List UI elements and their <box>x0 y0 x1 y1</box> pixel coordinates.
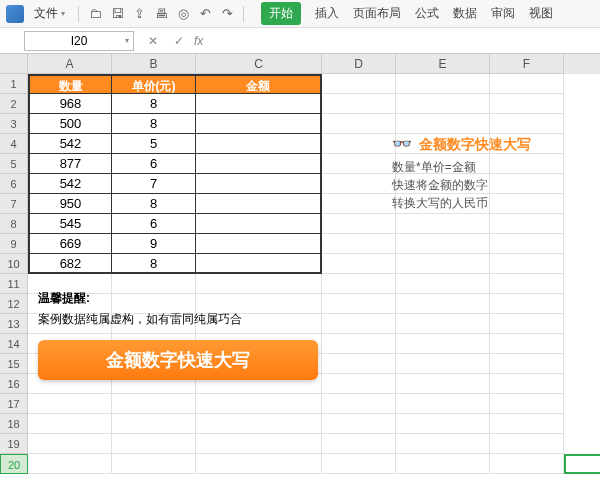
cell[interactable] <box>396 234 490 254</box>
col-header-E[interactable]: E <box>396 54 490 74</box>
cancel-icon[interactable]: ✕ <box>142 31 164 51</box>
table-cell[interactable]: 8 <box>112 194 196 214</box>
cell[interactable] <box>28 434 112 454</box>
row-header[interactable]: 10 <box>0 254 28 274</box>
cell[interactable] <box>322 94 396 114</box>
cell[interactable] <box>322 234 396 254</box>
open-icon[interactable]: 🗀 <box>86 5 104 23</box>
table-cell[interactable]: 542 <box>28 134 112 154</box>
table-header[interactable]: 单价(元) <box>112 74 196 94</box>
cell[interactable] <box>490 254 564 274</box>
cell[interactable] <box>490 334 564 354</box>
cell[interactable] <box>396 454 490 474</box>
cell[interactable] <box>396 294 490 314</box>
cell[interactable] <box>490 274 564 294</box>
row-header[interactable]: 2 <box>0 94 28 114</box>
cell[interactable] <box>490 234 564 254</box>
table-cell[interactable]: 8 <box>112 114 196 134</box>
fx-icon[interactable]: fx <box>194 34 203 48</box>
cell[interactable] <box>490 114 564 134</box>
cell[interactable] <box>396 334 490 354</box>
undo-icon[interactable]: ↶ <box>196 5 214 23</box>
row-header[interactable]: 6 <box>0 174 28 194</box>
table-cell[interactable]: 9 <box>112 234 196 254</box>
row-header[interactable]: 9 <box>0 234 28 254</box>
cell[interactable] <box>490 374 564 394</box>
cell[interactable] <box>490 454 564 474</box>
cell[interactable] <box>396 374 490 394</box>
cell[interactable] <box>322 394 396 414</box>
col-header-F[interactable]: F <box>490 54 564 74</box>
tab-data[interactable]: 数据 <box>453 5 477 22</box>
cell[interactable] <box>490 394 564 414</box>
cell[interactable] <box>322 214 396 234</box>
table-cell[interactable]: 545 <box>28 214 112 234</box>
cell[interactable] <box>196 414 322 434</box>
col-header-B[interactable]: B <box>112 54 196 74</box>
cell[interactable] <box>396 94 490 114</box>
table-cell[interactable] <box>196 114 322 134</box>
cell[interactable] <box>396 214 490 234</box>
cell[interactable] <box>112 414 196 434</box>
table-header[interactable]: 数量 <box>28 74 112 94</box>
row-header[interactable]: 5 <box>0 154 28 174</box>
cell[interactable] <box>396 394 490 414</box>
cell[interactable] <box>490 74 564 94</box>
cell[interactable] <box>322 194 396 214</box>
cell[interactable] <box>112 454 196 474</box>
table-cell[interactable]: 950 <box>28 194 112 214</box>
cell[interactable] <box>322 154 396 174</box>
row-header[interactable]: 7 <box>0 194 28 214</box>
row-header[interactable]: 13 <box>0 314 28 334</box>
cell[interactable] <box>396 354 490 374</box>
convert-amount-button[interactable]: 金额数字快速大写 <box>38 340 318 380</box>
cell[interactable] <box>322 174 396 194</box>
cell[interactable] <box>112 434 196 454</box>
cell[interactable] <box>396 74 490 94</box>
cell[interactable] <box>490 294 564 314</box>
cell[interactable] <box>322 254 396 274</box>
redo-icon[interactable]: ↷ <box>218 5 236 23</box>
row-header[interactable]: 14 <box>0 334 28 354</box>
cell[interactable] <box>322 374 396 394</box>
tab-review[interactable]: 审阅 <box>491 5 515 22</box>
cell[interactable] <box>28 414 112 434</box>
cell[interactable] <box>322 114 396 134</box>
table-cell[interactable]: 8 <box>112 254 196 274</box>
row-header[interactable]: 19 <box>0 434 28 454</box>
cell[interactable] <box>490 414 564 434</box>
cell[interactable] <box>396 314 490 334</box>
export-icon[interactable]: ⇪ <box>130 5 148 23</box>
cell[interactable] <box>322 414 396 434</box>
cell[interactable] <box>322 334 396 354</box>
table-cell[interactable] <box>196 214 322 234</box>
table-cell[interactable]: 6 <box>112 214 196 234</box>
tab-insert[interactable]: 插入 <box>315 5 339 22</box>
cell[interactable] <box>322 74 396 94</box>
table-cell[interactable]: 7 <box>112 174 196 194</box>
tab-layout[interactable]: 页面布局 <box>353 5 401 22</box>
table-cell[interactable] <box>196 154 322 174</box>
row-header[interactable]: 12 <box>0 294 28 314</box>
print-icon[interactable]: 🖶 <box>152 5 170 23</box>
table-cell[interactable]: 669 <box>28 234 112 254</box>
tab-formula[interactable]: 公式 <box>415 5 439 22</box>
table-cell[interactable]: 968 <box>28 94 112 114</box>
table-cell[interactable] <box>196 174 322 194</box>
table-cell[interactable] <box>196 134 322 154</box>
table-header[interactable]: 金额 <box>196 74 322 94</box>
formula-input[interactable] <box>209 31 600 51</box>
name-box[interactable]: I20 <box>24 31 134 51</box>
table-cell[interactable]: 5 <box>112 134 196 154</box>
cell[interactable] <box>28 454 112 474</box>
table-cell[interactable]: 877 <box>28 154 112 174</box>
table-cell[interactable]: 542 <box>28 174 112 194</box>
cell[interactable] <box>322 274 396 294</box>
table-cell[interactable] <box>196 94 322 114</box>
cell[interactable] <box>322 434 396 454</box>
table-cell[interactable] <box>196 234 322 254</box>
row-header[interactable]: 8 <box>0 214 28 234</box>
tab-view[interactable]: 视图 <box>529 5 553 22</box>
table-cell[interactable]: 500 <box>28 114 112 134</box>
row-header[interactable]: 16 <box>0 374 28 394</box>
